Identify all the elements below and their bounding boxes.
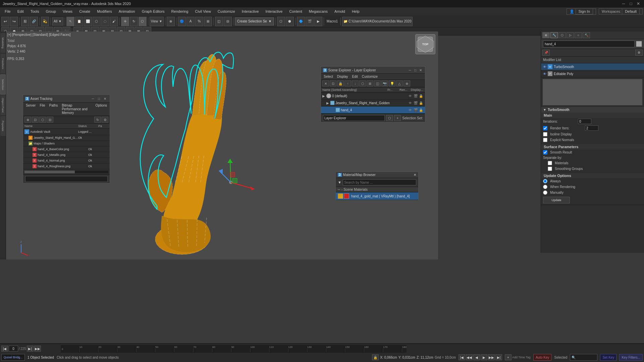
nav-cube[interactable]: TOP bbox=[415, 34, 435, 54]
angle-snap-btn[interactable]: A bbox=[186, 17, 195, 26]
se-cam-hand4[interactable]: 🎬 bbox=[413, 107, 418, 113]
ts-render-iters-check[interactable] bbox=[543, 126, 547, 130]
mirror-btn[interactable]: ◫ bbox=[215, 17, 223, 26]
se-btn-layer[interactable]: ⬡ bbox=[359, 80, 366, 86]
filter-dropdown[interactable]: All ▼ bbox=[52, 17, 63, 25]
se-layer-btn2[interactable]: + bbox=[394, 115, 401, 121]
ts-materials-check[interactable] bbox=[548, 161, 552, 165]
ts-iterations-input[interactable] bbox=[578, 119, 591, 124]
rp-icon-display[interactable]: ○ bbox=[575, 32, 582, 38]
toggle-snaps-btn[interactable]: 🔵 bbox=[178, 17, 186, 26]
play-fwd-btn[interactable]: ▶ bbox=[481, 354, 487, 360]
menu-group[interactable]: Group bbox=[42, 7, 59, 15]
se-btn-filter[interactable]: ⊡ bbox=[330, 80, 336, 86]
ts-isoline-check[interactable] bbox=[543, 132, 547, 136]
ts-smooth-check[interactable] bbox=[543, 150, 547, 155]
menu-help[interactable]: Help bbox=[348, 7, 363, 15]
at-minimize[interactable]: ─ bbox=[90, 96, 96, 101]
at-menu-options[interactable]: Options bbox=[94, 103, 108, 115]
se-menu-select[interactable]: Select bbox=[322, 74, 334, 79]
menu-file[interactable]: File bbox=[1, 7, 14, 15]
left-tab-object-paint[interactable]: Object Paint bbox=[0, 95, 6, 115]
left-tab-modeling[interactable]: Modeling bbox=[0, 33, 6, 53]
modifier-editable-poly[interactable]: 👁 P Editable Poly bbox=[541, 70, 644, 77]
spinner-snap-btn[interactable]: ⊞ bbox=[204, 17, 212, 26]
pct-snap-btn[interactable]: % bbox=[195, 17, 203, 26]
menu-arnold[interactable]: Arnold bbox=[331, 7, 348, 15]
prev-key-btn[interactable]: ◀◀ bbox=[466, 354, 473, 360]
se-eye-hand4[interactable]: 👁 bbox=[408, 107, 413, 113]
render-frame-btn[interactable]: ▶ bbox=[314, 17, 322, 26]
select-by-name-btn[interactable]: 📋 bbox=[75, 17, 83, 26]
file-path-btn[interactable]: 📁 C:\Users\MAYA\Documents\3ds Max 2020 bbox=[342, 17, 413, 26]
se-eye-0[interactable]: 👁 bbox=[408, 93, 413, 99]
se-btn-cam[interactable]: 📷 bbox=[381, 80, 388, 86]
sign-in-btn[interactable]: 👤 Sign In bbox=[567, 8, 596, 15]
ts-explicit-check[interactable] bbox=[543, 138, 547, 142]
se-btn-helper[interactable]: ⊕ bbox=[404, 80, 410, 86]
se-btn-lock[interactable]: 🔒 bbox=[337, 80, 344, 86]
unlink-btn[interactable]: 🔗 bbox=[30, 17, 38, 26]
se-btn-down[interactable]: ↓ bbox=[352, 80, 359, 86]
go-end-btn[interactable]: ▶| bbox=[495, 354, 502, 360]
create-selection-btn[interactable]: Create Selection Se ▼ bbox=[235, 17, 274, 25]
ts-when-rendering-radio[interactable] bbox=[543, 185, 547, 189]
color-chip[interactable] bbox=[636, 41, 642, 47]
rp-icon-utilities[interactable]: 🔨 bbox=[583, 32, 590, 38]
paint-select-btn[interactable]: 🖌 bbox=[110, 17, 118, 26]
undo-btn[interactable]: ↩ bbox=[1, 17, 9, 26]
at-row-basecolor[interactable]: T hand_4_BaseColor.png Ok bbox=[23, 146, 110, 152]
se-menu-display[interactable]: Display bbox=[336, 74, 350, 79]
se-row-layer0[interactable]: ▶ ● 0 (default) 👁 🎬 🔒 bbox=[321, 93, 425, 100]
left-tab-selection[interactable]: Selection bbox=[0, 74, 6, 95]
set-key-btn[interactable]: Set Key bbox=[600, 354, 616, 361]
play-back-btn[interactable]: ◀ bbox=[473, 354, 480, 360]
next-key-btn[interactable]: ▶▶ bbox=[488, 354, 495, 360]
next-frame-btn[interactable]: ▶| bbox=[27, 346, 34, 352]
menu-rendering[interactable]: Rendering bbox=[168, 7, 192, 15]
se-lock-0[interactable]: 🔒 bbox=[418, 93, 424, 99]
lasso-select-btn[interactable]: ◌ bbox=[101, 17, 109, 26]
menu-edit[interactable]: Edit bbox=[14, 7, 27, 15]
turbosmooth-header[interactable]: ▼ TurboSmooth bbox=[541, 107, 644, 113]
se-expand-jewelry[interactable]: ▶ bbox=[326, 101, 330, 105]
se-cam-jewelry[interactable]: 🎬 bbox=[413, 100, 418, 106]
menu-megascans[interactable]: Megascans bbox=[306, 7, 331, 15]
restore-btn[interactable]: □ bbox=[628, 1, 634, 7]
se-row-jewelry[interactable]: ▶ ⬡ Jewelry_Stand_Right_Hand_Golden 👁 🎬 … bbox=[321, 100, 425, 107]
se-minimize[interactable]: ─ bbox=[408, 68, 412, 72]
se-lock-hand4[interactable]: 🔒 bbox=[418, 107, 424, 113]
align-btn[interactable]: ⊟ bbox=[224, 17, 232, 26]
ts-always-radio[interactable] bbox=[543, 179, 547, 183]
at-row-roughness[interactable]: T hand_4_Roughness.png Ok bbox=[23, 164, 110, 169]
select-scale-btn[interactable]: ⬡ bbox=[139, 17, 147, 26]
redo-btn[interactable]: ↪ bbox=[10, 17, 18, 26]
menu-customize[interactable]: Customize bbox=[214, 7, 238, 15]
mat-search-input[interactable] bbox=[343, 179, 416, 185]
minimize-btn[interactable]: ─ bbox=[621, 1, 627, 7]
select-btn[interactable]: ↖ bbox=[66, 17, 74, 26]
bind-space-warp-btn[interactable]: 💫 bbox=[41, 17, 49, 26]
menu-content[interactable]: Content bbox=[286, 7, 306, 15]
at-restore[interactable]: □ bbox=[96, 96, 102, 101]
editable-poly-eye[interactable]: 👁 bbox=[543, 72, 546, 76]
pivot-btn[interactable]: ⊕ bbox=[167, 17, 175, 26]
at-scrollbar[interactable] bbox=[24, 171, 108, 173]
at-row-jewelry[interactable]: 3 Jewelry_Stand_Right_Hand_Golde... Ok bbox=[23, 135, 110, 141]
expand-timeline-btn[interactable]: ▶▶ bbox=[34, 346, 41, 352]
key-filters-btn[interactable]: Key Filters... bbox=[619, 354, 643, 361]
timeline-area[interactable]: 0 10 20 30 40 50 60 70 80 90 1 bbox=[60, 345, 440, 353]
se-btn-obj[interactable]: ⊞ bbox=[367, 80, 373, 86]
left-tab-freeform[interactable]: Freeform bbox=[0, 54, 6, 74]
at-menu-file[interactable]: File bbox=[38, 103, 46, 115]
se-btn-sel[interactable]: ◫ bbox=[374, 80, 381, 86]
select-move-btn[interactable]: ✛ bbox=[121, 17, 129, 26]
se-btn-light[interactable]: 💡 bbox=[389, 80, 395, 86]
menu-scripting[interactable]: Interactive bbox=[238, 7, 262, 15]
mat-item-gold[interactable]: hand_4_gold_mat ( VRayMtl ) [hand_4] bbox=[336, 192, 418, 200]
at-btn1[interactable]: ⊕ bbox=[24, 117, 31, 123]
prev-frame-btn[interactable]: |◀ bbox=[1, 346, 8, 352]
window-controls[interactable]: ─ □ ✕ bbox=[621, 1, 641, 7]
mat-expand-icon[interactable]: ─ bbox=[338, 188, 340, 191]
ts-smoothing-check[interactable] bbox=[548, 167, 552, 171]
